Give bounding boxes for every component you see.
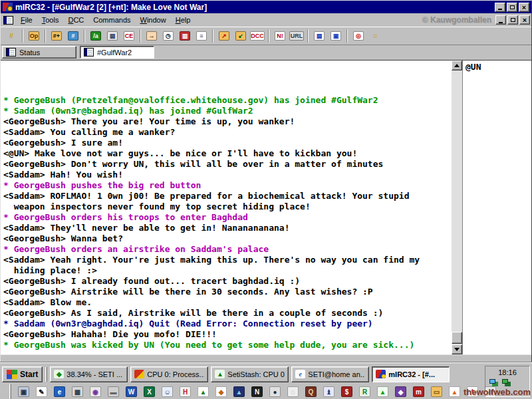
- butterfly-icon[interactable]: ◈: [215, 386, 227, 397]
- channel-window-icon[interactable]: [3, 16, 13, 25]
- chat-text-area: * GeorgeBush (Pretzelfan@ovaloffice.whit…: [1, 61, 452, 354]
- menu-bar: FileToolsDCCCommandsWindowHelp © Kauwgom…: [1, 13, 531, 27]
- menu-dcc[interactable]: DCC: [63, 14, 88, 26]
- start-button[interactable]: Start: [2, 366, 43, 382]
- child-close-button[interactable]: ×: [519, 15, 530, 25]
- seti-tree-icon[interactable]: ▲: [377, 386, 388, 397]
- child-minimize-button[interactable]: [495, 15, 506, 25]
- get-file-icon[interactable]: ↙: [233, 29, 248, 43]
- channels-folder-icon-glyph: #+: [51, 31, 62, 41]
- my-computer-icon[interactable]: ▣: [18, 386, 29, 397]
- chat-line: <Saddam> ROFLMAO! 1 0wn j00! Be prepared…: [3, 191, 450, 201]
- folder-icon[interactable]: ▭: [431, 386, 442, 397]
- mirc-app-icon[interactable]: [3, 3, 13, 11]
- quake-icon[interactable]: Q: [305, 386, 317, 397]
- tile-windows-icon[interactable]: ▤: [312, 29, 327, 43]
- calculator-icon[interactable]: ▦: [72, 386, 83, 397]
- floppy-icon[interactable]: H: [180, 386, 191, 397]
- cascade-windows-icon[interactable]: ▣: [329, 29, 343, 43]
- task-seti-home[interactable]: SETI@home an...: [291, 366, 369, 382]
- menu-help[interactable]: Help: [171, 14, 196, 26]
- channels-folder-icon[interactable]: #+: [49, 29, 64, 43]
- get-file-icon-glyph: ↙: [235, 31, 246, 41]
- connect-icon[interactable]: //: [4, 29, 19, 43]
- chat-scrollbar[interactable]: [452, 61, 462, 354]
- minimize-button[interactable]: [495, 3, 505, 12]
- flame-icon[interactable]: ▲: [449, 386, 460, 397]
- cascade-windows-icon-glyph: ▣: [331, 31, 341, 41]
- bowling-ball-icon[interactable]: ●: [269, 386, 281, 397]
- scroll-down-button[interactable]: [452, 344, 462, 354]
- wcpuid-task-icon: [134, 370, 144, 378]
- gamepad-icon[interactable]: ◆: [395, 386, 406, 397]
- toolbar-separator: [212, 29, 213, 43]
- word-icon[interactable]: W: [126, 386, 137, 397]
- watermark-bottom: thewolfweb.com: [464, 387, 531, 397]
- tab-gulfwar2[interactable]: #GulfWar2: [80, 46, 154, 59]
- child-restore-button[interactable]: [507, 15, 518, 25]
- notepad-icon[interactable]: ≡: [194, 29, 209, 43]
- popups-icon[interactable]: ▤: [105, 29, 120, 43]
- options-icon[interactable]: Op: [27, 29, 41, 43]
- mirc-task-icon: [376, 370, 386, 378]
- menu-file[interactable]: File: [16, 14, 37, 26]
- chess-icon[interactable]: ♝: [323, 386, 334, 397]
- nick-item[interactable]: @UN: [466, 62, 529, 72]
- arrow-up-icon[interactable]: ▲: [198, 386, 209, 397]
- tray-clock: 18:16: [498, 368, 517, 376]
- timer-icon[interactable]: ◷: [161, 29, 176, 43]
- task-mirc32[interactable]: mIRC32 - [#...: [372, 366, 450, 382]
- red-bag-icon[interactable]: $: [341, 386, 352, 397]
- task-seti-percent[interactable]: 38.34% - SETI ...: [50, 366, 128, 382]
- menu-window[interactable]: Window: [136, 14, 171, 26]
- menu-commands[interactable]: Commands: [88, 14, 135, 26]
- close-button[interactable]: ×: [519, 3, 529, 12]
- chip-icon[interactable]: ▬: [108, 386, 119, 397]
- user-icon[interactable]: ☺: [162, 386, 173, 397]
- finger-icon[interactable]: →: [144, 29, 159, 43]
- task-setistash[interactable]: SetiStash: CPU 0: [211, 366, 289, 382]
- write-icon[interactable]: ✎: [36, 386, 47, 397]
- send-file-icon[interactable]: ↗: [217, 29, 231, 43]
- tab-status[interactable]: Status: [2, 46, 76, 59]
- quicklaunch-handle[interactable]: [9, 384, 11, 399]
- url-list-icon[interactable]: URL: [289, 29, 304, 43]
- chat-line: * Saddam (0wn3r@baghdad.iq) Quit (Read E…: [3, 319, 450, 329]
- mirc-small-icon[interactable]: m: [413, 386, 424, 397]
- dcc-options-icon[interactable]: DCC: [250, 29, 265, 43]
- toolbar-separator: [45, 29, 46, 43]
- toolbar-separator: [268, 29, 269, 43]
- tab-label: Status: [19, 49, 40, 57]
- excel-icon[interactable]: X: [144, 386, 155, 397]
- remote-icon[interactable]: CE: [122, 29, 136, 43]
- chat-line: <Georgebush> I sure am!: [3, 138, 450, 148]
- dcc-options-icon-glyph: DCC: [250, 31, 265, 41]
- help-icon[interactable]: ◎: [351, 29, 366, 43]
- url-list-icon-glyph: URL: [289, 31, 304, 41]
- restore-button[interactable]: [507, 3, 517, 12]
- netscape-icon[interactable]: N: [251, 386, 263, 397]
- aliases-icon[interactable]: /a: [88, 29, 103, 43]
- toolbar: //Op#+#/a▤CE→◷▥≡↗↙DCCN!URL▤▣◎☺: [1, 27, 531, 45]
- chat-line: * GeorgeBush (Pretzelfan@ovaloffice.whit…: [3, 95, 450, 106]
- scroll-up-button[interactable]: [452, 61, 462, 70]
- cd-icon[interactable]: ◌: [287, 386, 299, 397]
- notify-list-icon[interactable]: N!: [273, 29, 287, 43]
- menu-tools[interactable]: Tools: [37, 14, 64, 26]
- task-label: SETI@home an...: [308, 370, 365, 378]
- media-wheel-icon[interactable]: ◉: [90, 386, 101, 397]
- recycle-bin-icon[interactable]: R: [359, 386, 370, 397]
- address-book-icon[interactable]: ▥: [178, 29, 192, 43]
- channel-list-icon[interactable]: #: [66, 29, 80, 43]
- setistash-task-icon: [215, 370, 225, 378]
- computers-tray-icon[interactable]: [502, 379, 508, 384]
- chart-icon[interactable]: ▲: [233, 386, 245, 397]
- about-icon[interactable]: ☺: [368, 29, 382, 43]
- task-cpu0[interactable]: CPU 0: Process...: [130, 366, 208, 382]
- scroll-thumb[interactable]: [452, 332, 462, 344]
- taskbar-row-quicklaunch: ▣✎e▦◉▬WX☺H▲◈▲N●◌Q♝$R▲◆m▭▲*☻: [0, 383, 532, 399]
- network-tray-icon[interactable]: [489, 379, 495, 384]
- ie-icon[interactable]: e: [54, 386, 65, 397]
- chat-line: * GeorgeBush was kicked by UN (You need …: [3, 340, 450, 350]
- toolbar-group: ↗↙DCC: [217, 29, 265, 43]
